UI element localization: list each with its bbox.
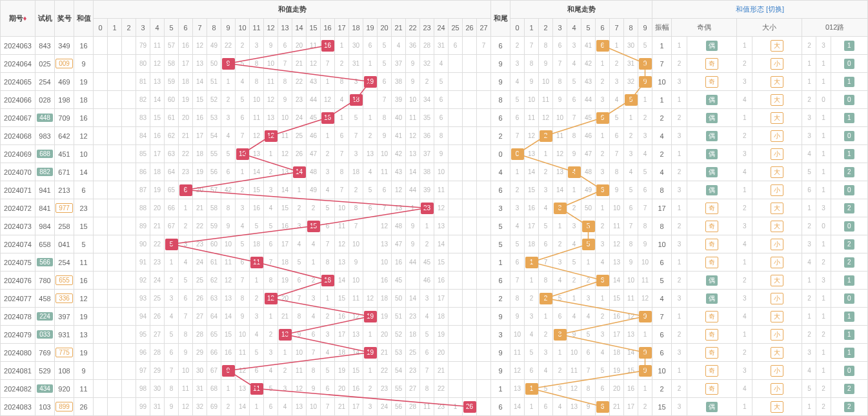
- sum-cell: 13: [392, 199, 406, 217]
- sum-cell: [94, 272, 108, 290]
- sum-cell: [108, 380, 122, 398]
- sum-cell: 18: [378, 290, 392, 308]
- tail-cell: 7: [624, 217, 638, 235]
- cell-size-n: 1: [737, 181, 752, 199]
- sum-cell: 8: [250, 55, 264, 73]
- sum-cell: [122, 326, 136, 344]
- sum-cell: 3: [363, 398, 378, 416]
- cell-road: 1: [802, 55, 816, 73]
- tail-cell: 2: [539, 290, 553, 308]
- cell-road: 1: [816, 109, 831, 127]
- cell-test: 224: [35, 308, 55, 326]
- sum-cell: 3: [292, 217, 307, 235]
- sum-cell: 9: [179, 344, 193, 362]
- sum-cell: 5: [292, 253, 307, 272]
- sum-cell: [477, 235, 491, 253]
- sum-cell: [108, 181, 122, 199]
- sum-cell: 20: [292, 37, 307, 55]
- sum-cell: 21: [378, 344, 392, 362]
- sum-cell: [363, 272, 378, 290]
- sum-cell: [477, 344, 491, 362]
- tail-cell: 32: [624, 73, 638, 91]
- tail-cell: 14: [624, 344, 638, 362]
- h-tail-trend: 和尾走势: [510, 1, 652, 19]
- tail-marker: 6: [596, 112, 609, 124]
- tail-marker: 9: [639, 76, 652, 88]
- sum-cell: 4: [363, 163, 378, 181]
- cell-par-n: 1: [672, 91, 687, 109]
- tail-col-0: 0: [510, 19, 525, 37]
- sum-cell: [463, 344, 477, 362]
- sum-cell: [108, 308, 122, 326]
- sum-cell: [122, 398, 136, 416]
- tail-cell: 8: [525, 55, 539, 73]
- sum-col-21: 21: [392, 19, 406, 37]
- sum-cell: 6: [165, 344, 179, 362]
- sum-cell: 16: [434, 272, 449, 290]
- tail-col-7: 7: [610, 19, 624, 37]
- sum-cell: 10: [292, 344, 307, 362]
- tail-cell: 13: [567, 398, 581, 416]
- sum-cell: 5: [236, 235, 250, 253]
- tail-cell: 8: [539, 272, 553, 290]
- sum-cell: 1: [221, 73, 236, 91]
- tail-cell: 6: [553, 37, 567, 55]
- tail-cell: 42: [581, 55, 596, 73]
- sum-cell: 16: [321, 37, 335, 55]
- sum-cell: 86: [136, 163, 150, 181]
- sum-cell: 10: [349, 272, 363, 290]
- sum-cell: 17: [349, 398, 363, 416]
- sum-cell: 80: [136, 55, 150, 73]
- tail-cell: 4: [567, 55, 581, 73]
- tail-cell: 3: [510, 199, 525, 217]
- sum-cell: [477, 181, 491, 199]
- sum-cell: 23: [193, 235, 207, 253]
- sum-cell: 21: [179, 127, 193, 145]
- tail-cell: 6: [510, 109, 525, 127]
- sum-marker: 19: [364, 347, 377, 359]
- sum-cell: [94, 73, 108, 91]
- cell-road: 1: [816, 163, 831, 181]
- sum-cell: 16: [349, 380, 363, 398]
- tail-cell: 10: [553, 109, 567, 127]
- sum-cell: 19: [363, 73, 378, 91]
- tail-col-2: 2: [539, 19, 553, 37]
- cell-size-n: 3: [737, 145, 752, 163]
- table-row: 2024067448709168315612016533611131024451…: [1, 109, 868, 127]
- sum-col-14: 14: [292, 19, 307, 37]
- tail-marker: 5: [582, 221, 595, 232]
- sum-cell: [449, 380, 463, 398]
- cell-par-n: 2: [672, 272, 687, 290]
- sum-cell: 22: [179, 145, 193, 163]
- switch-link[interactable]: [切换]: [766, 5, 784, 13]
- tail-cell: 7: [567, 109, 581, 127]
- cell-road: 1: [816, 308, 831, 326]
- h-period[interactable]: 期号♦: [1, 1, 35, 37]
- cell-road: 1: [831, 326, 867, 344]
- sum-cell: 59: [165, 73, 179, 91]
- tail-cell: 5: [610, 109, 624, 127]
- sum-cell: 91: [136, 253, 150, 272]
- sum-cell: 2: [264, 326, 278, 344]
- tail-cell: 3: [553, 253, 567, 272]
- sum-cell: 6: [179, 290, 193, 308]
- sum-cell: 61: [207, 253, 221, 272]
- tail-cell: 1: [638, 326, 652, 344]
- sum-cell: 45: [420, 253, 434, 272]
- sum-cell: 10: [264, 55, 278, 73]
- cell-test: 841: [35, 199, 55, 217]
- sum-cell: 2: [363, 127, 378, 145]
- cell-prize: 920: [55, 380, 74, 398]
- tail-marker: 2: [540, 293, 552, 304]
- size-badge: 小: [771, 239, 783, 250]
- sum-cell: [94, 37, 108, 55]
- tail-cell: 8: [638, 217, 652, 235]
- sum-cell: [477, 326, 491, 344]
- sum-cell: 6: [292, 272, 307, 290]
- cell-par-n: 3: [672, 181, 687, 199]
- sum-marker: 13: [279, 329, 292, 341]
- sum-cell: 13: [434, 217, 449, 235]
- sum-cell: 15: [193, 91, 207, 109]
- tail-cell: 46: [581, 127, 596, 145]
- sum-cell: 4: [307, 235, 321, 253]
